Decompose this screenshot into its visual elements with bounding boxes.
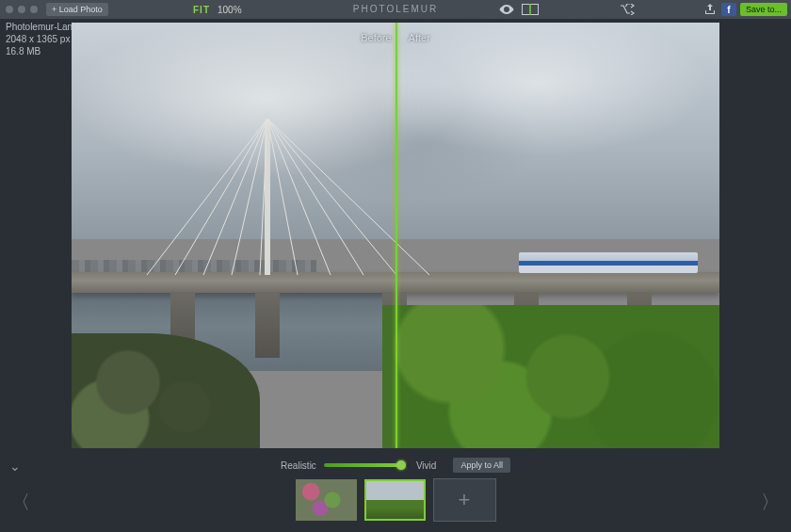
load-photo-button[interactable]: + Load Photo [46, 3, 108, 16]
thumbnail-item-selected[interactable] [364, 479, 426, 521]
style-slider-knob[interactable] [396, 460, 406, 470]
add-photo-button[interactable]: + [433, 478, 496, 522]
style-slider-fill [324, 463, 401, 467]
zoom-controls: FIT 100% [193, 0, 242, 19]
svg-line-8 [267, 119, 331, 275]
facebook-share-button[interactable]: f [721, 3, 736, 16]
thumbnail-strip: + [0, 476, 791, 524]
after-label: After [409, 32, 430, 43]
svg-line-4 [203, 119, 267, 275]
before-label: Before [361, 32, 391, 43]
compare-divider-handle[interactable] [396, 23, 397, 448]
svg-line-3 [175, 119, 267, 275]
preview-canvas[interactable]: Before After [72, 23, 719, 448]
compare-split-icon[interactable] [522, 4, 539, 15]
zoom-percent-button[interactable]: 100% [218, 5, 242, 15]
style-slider[interactable] [324, 463, 409, 467]
foliage-right [382, 305, 719, 448]
before-after-labels: Before After [361, 32, 430, 43]
save-to-button[interactable]: Save to... [740, 3, 787, 16]
svg-line-11 [267, 119, 429, 275]
vivid-label: Vivid [416, 460, 437, 471]
preview-eye-icon[interactable] [499, 4, 514, 15]
thumbnail-item[interactable] [296, 479, 357, 521]
style-slider-row: Realistic Vivid Apply to All [0, 457, 791, 474]
top-toolbar: + Load Photo FIT 100% PHOTOLEMUR f Save … [0, 0, 791, 19]
next-photo-arrow-icon[interactable]: 〉 [761, 490, 780, 515]
svg-line-10 [267, 119, 396, 275]
zoom-fit-button[interactable]: FIT [193, 5, 210, 15]
traffic-light-minimize[interactable] [18, 6, 25, 13]
realistic-label: Realistic [281, 460, 316, 471]
share-icon[interactable] [702, 3, 718, 16]
svg-line-7 [267, 119, 298, 275]
train [519, 252, 698, 273]
traffic-light-close[interactable] [6, 6, 13, 13]
svg-line-6 [260, 119, 267, 275]
apply-to-all-button[interactable]: Apply to All [453, 458, 510, 473]
prev-photo-arrow-icon[interactable]: 〈 [11, 490, 30, 515]
traffic-light-zoom[interactable] [30, 6, 38, 13]
app-title: PHOTOLEMUR [353, 0, 438, 19]
shuffle-icon[interactable] [620, 0, 635, 19]
